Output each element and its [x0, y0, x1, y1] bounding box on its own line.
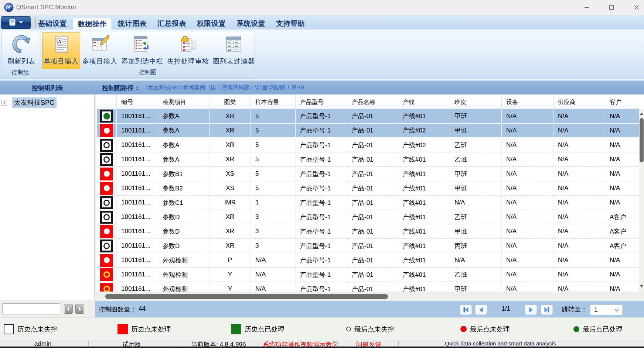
ribbon-button[interactable]: 添加到选中栏	[120, 32, 165, 69]
table-row[interactable]: 1001161...外观检测YN/A产品型号-1产品-01产线#01乙班N/AN…	[97, 268, 639, 282]
table-cell: N/A	[553, 167, 605, 181]
ribbon-tab-3[interactable]: 统计图表	[113, 18, 151, 30]
table-cell: 产品型号-1	[296, 109, 347, 124]
table-cell: N/A	[553, 181, 605, 196]
tree-node-root[interactable]: + 太友科技SPC	[1, 97, 57, 108]
ribbon-tab-6[interactable]: 系统设置	[232, 18, 270, 30]
search-up-button[interactable]	[64, 304, 73, 314]
column-header[interactable]: 图类	[209, 95, 251, 109]
jump-page-select[interactable]: 1	[590, 304, 623, 315]
red-white-dot-status-icon	[100, 182, 113, 195]
table-cell: 1001161...	[117, 239, 158, 253]
tree-search-input[interactable]	[2, 303, 60, 314]
table-row[interactable]: 1001161...参数AXR5产品型号-1产品-01产线#01乙班N/AN/A…	[97, 152, 639, 167]
column-header[interactable]: 产品型号	[296, 95, 347, 109]
ribbon-tab-5[interactable]: 权限设置	[192, 18, 231, 30]
table-row[interactable]: 1001161...参数DXR3产品型号-1产品-01产线#01丙班N/AN/A…	[97, 239, 639, 253]
table-cell: 产线#02	[398, 138, 450, 152]
ribbon-tab-1[interactable]: 基础设置	[33, 18, 72, 30]
app-menu-button[interactable]	[1, 16, 31, 29]
table-row[interactable]: 1001161...参数DXR3产品型号-1产品-01产线#01甲班N/AN/A…	[97, 224, 639, 239]
horizontal-scrollbar-thumb[interactable]	[105, 294, 388, 299]
row-status-cell	[97, 268, 117, 282]
table-row[interactable]: 1001161...参数AXR5产品型号-1产品-01产线#02甲班N/AN/A…	[97, 124, 639, 138]
table-cell: 乙班	[450, 152, 502, 167]
column-header[interactable]: 设备	[502, 95, 553, 109]
ribbon-button[interactable]: 多项目输入	[81, 32, 119, 69]
status-legend: 历史点未失控历史点未处理历史点已处理最后点未失控最后点未处理最后点已处理	[0, 317, 644, 340]
maximize-button[interactable]	[603, 1, 620, 13]
column-header[interactable]: 检测项目	[158, 95, 209, 109]
column-header[interactable]: 编号	[117, 95, 158, 109]
close-button[interactable]	[628, 1, 644, 13]
next-page-button[interactable]	[525, 305, 537, 315]
ribbon-button[interactable]: A 单项目输入	[42, 32, 80, 69]
table-cell: 1001161...	[117, 282, 158, 292]
tree-node-label[interactable]: 太友科技SPC	[12, 97, 57, 108]
ribbon-button-label: 刷新列表	[7, 57, 35, 66]
close-icon	[633, 4, 640, 11]
first-page-button[interactable]	[460, 305, 472, 315]
minimize-button[interactable]	[579, 1, 595, 13]
row-status-cell	[97, 152, 117, 167]
table-cell: 产品-01	[347, 167, 398, 181]
column-header[interactable]: 产线	[398, 95, 450, 109]
ribbon-tab-2[interactable]: 数据操作	[73, 18, 112, 30]
ribbon-tab-7[interactable]: 支持帮助	[271, 18, 310, 30]
table-cell: 产品-01	[347, 196, 398, 210]
control-group-list-title: 控制组列表	[0, 81, 95, 95]
status-divider	[88, 341, 89, 346]
table-row[interactable]: 1001161...外观检测PN/A产品型号-1产品-01产线#01N/AN/A…	[97, 253, 639, 268]
table-cell: 甲班	[450, 224, 502, 239]
ribbon-tabs: 基础设置数据操作统计图表汇总报表权限设置系统设置支持帮助	[33, 18, 311, 30]
column-header[interactable]	[97, 95, 117, 109]
table-cell: 1001161...	[117, 196, 158, 210]
vertical-scrollbar-thumb[interactable]	[640, 118, 644, 162]
table-cell: 甲班	[450, 109, 502, 124]
table-row[interactable]: 1001161...参数C1IMR1产品型号-1产品-01产线#01N/AN/A…	[97, 196, 639, 210]
search-down-button[interactable]	[75, 304, 84, 314]
arrow-up-icon	[65, 306, 71, 312]
table-row[interactable]: 1001161...参数B1XS5产品型号-1产品-01产线#01甲班N/AN/…	[97, 167, 639, 181]
legend-item: 历史点未失控	[4, 318, 57, 340]
table-row[interactable]: 1001161...参数AXR5产品型号-1产品-01产线#02乙班N/AN/A…	[97, 138, 639, 152]
table-row[interactable]: 1001161...外观检测YN/A产品型号-1产品-01产线#01甲班N/AN…	[97, 282, 639, 292]
ribbon-tab-4[interactable]: 汇总报表	[153, 18, 191, 30]
column-header[interactable]: 班次	[450, 95, 502, 109]
ribbon-button[interactable]: 图列表过滤器	[211, 32, 256, 69]
table-cell: N/A	[605, 253, 639, 268]
table-cell: 产品-01	[347, 152, 398, 167]
window-bottom-edge	[0, 347, 644, 348]
ooc-review-icon	[179, 35, 197, 54]
table-cell: N/A	[502, 138, 553, 152]
table-row[interactable]: 1001161...参数B2XS5产品型号-1产品-01产线#01甲班N/AN/…	[97, 181, 639, 196]
scroll-up-icon	[639, 111, 644, 116]
vertical-scrollbar[interactable]	[639, 109, 644, 292]
table-cell: 产品型号-1	[296, 196, 347, 210]
table-row[interactable]: 1001161...参数AXR5产品型号-1产品-01产线#01甲班N/AN/A…	[97, 109, 639, 124]
ribbon-button[interactable]: 失控处理审核	[166, 32, 211, 69]
column-header[interactable]: 样本容量	[251, 95, 296, 109]
table-cell: N/A	[553, 253, 605, 268]
ribbon-button-label: 失控处理审核	[167, 57, 209, 66]
horizontal-scrollbar[interactable]	[96, 292, 644, 300]
square-red-icon	[117, 324, 128, 334]
table-cell: 产品-01	[347, 109, 398, 124]
table-cell: 参数C1	[158, 196, 209, 210]
ribbon-button-label: 图列表过滤器	[213, 57, 255, 66]
red-white-dot-status-icon	[100, 168, 113, 180]
table-cell: 参数B1	[158, 167, 209, 181]
column-header[interactable]: 客户	[605, 95, 639, 109]
column-header[interactable]: 供应商	[553, 95, 605, 109]
status-divider	[177, 341, 177, 346]
tree-expander-icon[interactable]: +	[1, 100, 7, 106]
ribbon-button[interactable]: 刷新列表	[3, 32, 40, 69]
table-cell: N/A	[553, 109, 605, 124]
chart-path-value[interactable]: \太友科技SPC\参考案例（以工序顺序构建）\计量型检测\工序-01	[146, 84, 305, 91]
last-page-button[interactable]	[541, 305, 553, 315]
column-header[interactable]: 产品名称	[347, 95, 398, 109]
table-cell: 产品-01	[347, 181, 398, 196]
previous-page-button[interactable]	[475, 305, 487, 315]
ribbon-group: A 单项目输入 多项目输入 添加到选中栏 失控处理审核	[41, 31, 255, 77]
table-row[interactable]: 1001161...参数DXR3产品型号-1产品-01产线#01乙班N/AN/A…	[97, 210, 639, 224]
